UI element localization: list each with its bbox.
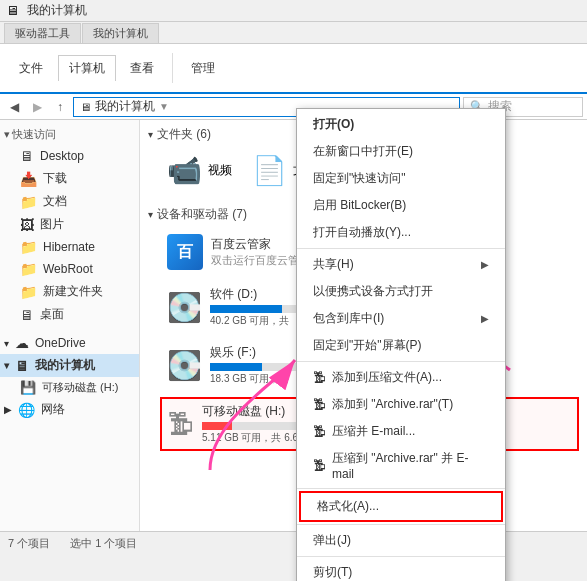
ctx-item-share[interactable]: 共享(H) ▶ <box>297 251 505 278</box>
collapse-arrow-network[interactable]: ▶ <box>4 404 12 415</box>
ctx-item-portable[interactable]: 以便携式设备方式打开 <box>297 278 505 305</box>
drive-h-bar <box>202 422 232 430</box>
ribbon-tab-mypc[interactable]: 我的计算机 <box>82 23 159 43</box>
drive-d-icon: 💽 <box>167 291 202 324</box>
sidebar-item-onedrive[interactable]: ▾ ☁ OneDrive <box>0 332 139 354</box>
ctx-item-add-archive[interactable]: 🗜 添加到 "Archive.rar"(T) <box>297 391 505 418</box>
ribbon-tab-manage[interactable]: 管理 <box>181 56 225 81</box>
window-icon: 🖥 <box>6 3 19 18</box>
pictures-icon: 🖼 <box>20 217 34 233</box>
ribbon-tab-view[interactable]: 查看 <box>120 56 164 81</box>
breadcrumb-arrow: ▼ <box>159 101 169 112</box>
download-icon: 📥 <box>20 171 37 187</box>
sidebar-item-removable[interactable]: 💾 可移动磁盘 (H:) <box>0 377 139 398</box>
hibernate-folder-icon: 📁 <box>20 239 37 255</box>
ctx-item-format[interactable]: 格式化(A)... <box>299 491 503 522</box>
folders-collapse-arrow[interactable]: ▾ <box>148 129 153 140</box>
ctx-separator-3 <box>297 488 505 489</box>
drives-collapse-arrow[interactable]: ▾ <box>148 209 153 220</box>
sidebar-item-network[interactable]: ▶ 🌐 网络 <box>0 398 139 421</box>
sidebar-download-label: 下载 <box>43 170 67 187</box>
network-icon: 🌐 <box>18 402 35 418</box>
ctx-compress-email-label: 压缩并 E-mail... <box>332 423 415 440</box>
folders-header-text: 文件夹 (6) <box>157 126 211 143</box>
ctx-item-library[interactable]: 包含到库中(I) ▶ <box>297 305 505 332</box>
sidebar-mypc-label: 我的计算机 <box>35 357 95 374</box>
sidebar-desktop2-label: 桌面 <box>40 306 64 323</box>
sidebar-item-webroot[interactable]: 📁 WebRoot <box>0 258 139 280</box>
ctx-item-autoplay[interactable]: 打开自动播放(Y)... <box>297 219 505 246</box>
zip-icon-3: 🗜 <box>313 424 326 439</box>
ctx-add-zip-label: 添加到压缩文件(A)... <box>332 369 442 386</box>
ribbon-tab-file[interactable]: 文件 <box>8 55 54 82</box>
ctx-item-compress-email[interactable]: 🗜 压缩并 E-mail... <box>297 418 505 445</box>
ctx-item-compress-archive-email[interactable]: 🗜 压缩到 "Archive.rar" 并 E-mail <box>297 445 505 486</box>
ctx-library-arrow: ▶ <box>481 313 489 324</box>
ctx-item-open[interactable]: 打开(O) <box>297 111 505 138</box>
drive-f-icon: 💽 <box>167 349 202 382</box>
title-bar: 🖥 我的计算机 <box>0 0 587 22</box>
ctx-separator-4 <box>297 524 505 525</box>
ribbon-tab-extra[interactable]: 驱动器工具 <box>4 23 81 43</box>
ctx-item-eject[interactable]: 弹出(J) <box>297 527 505 554</box>
ribbon-tabs-row: 驱动器工具 我的计算机 <box>0 22 587 44</box>
collapse-arrow-mypc[interactable]: ▾ <box>4 360 9 371</box>
collapse-arrow-onedrive[interactable]: ▾ <box>4 338 9 349</box>
sidebar-newfolder-label: 新建文件夹 <box>43 283 103 300</box>
sidebar-quick-access-label: 快速访问 <box>12 127 56 142</box>
breadcrumb-text: 我的计算机 <box>95 98 155 115</box>
desktop-icon: 🖥 <box>20 148 34 164</box>
removable-icon: 💾 <box>20 380 36 395</box>
status-items-count: 7 个项目 <box>8 536 50 551</box>
collapse-arrow-quick[interactable]: ▾ <box>4 128 10 141</box>
sidebar-item-mypc[interactable]: ▾ 🖥 我的计算机 <box>0 354 139 377</box>
sidebar-network-label: 网络 <box>41 401 65 418</box>
sidebar-removable-label: 可移动磁盘 (H:) <box>42 380 118 395</box>
sidebar-quick-access-header: ▾ 快速访问 <box>0 124 139 145</box>
up-button[interactable]: ↑ <box>50 97 70 117</box>
ctx-share-arrow: ▶ <box>481 259 489 270</box>
sidebar-item-pictures[interactable]: 🖼 图片 <box>0 213 139 236</box>
folder-item-video[interactable]: 📹 视频 <box>160 149 239 192</box>
ctx-add-archive-label: 添加到 "Archive.rar"(T) <box>332 396 453 413</box>
status-selected: 选中 1 个项目 <box>70 536 137 551</box>
sidebar-item-download[interactable]: 📥 下载 <box>0 167 139 190</box>
ctx-item-open-new-window[interactable]: 在新窗口中打开(E) <box>297 138 505 165</box>
ctx-item-bitlocker[interactable]: 启用 BitLocker(B) <box>297 192 505 219</box>
sidebar-docs-label: 文档 <box>43 193 67 210</box>
ctx-compress-archive-email-label: 压缩到 "Archive.rar" 并 E-mail <box>332 450 489 481</box>
docs-icon: 📁 <box>20 194 37 210</box>
ctx-item-pin-quick[interactable]: 固定到"快速访问" <box>297 165 505 192</box>
sidebar-desktop-label: Desktop <box>40 149 84 163</box>
onedrive-icon: ☁ <box>15 335 29 351</box>
ctx-separator-5 <box>297 556 505 557</box>
breadcrumb-icon: 🖥 <box>80 101 91 113</box>
title-text: 我的计算机 <box>27 2 87 19</box>
folder-video-label: 视频 <box>208 162 232 179</box>
ctx-item-add-zip[interactable]: 🗜 添加到压缩文件(A)... <box>297 364 505 391</box>
ctx-separator-1 <box>297 248 505 249</box>
ctx-library-label: 包含到库中(I) <box>313 310 384 327</box>
drive-f-bar <box>210 363 262 371</box>
ctx-item-pin-start[interactable]: 固定到"开始"屏幕(P) <box>297 332 505 359</box>
context-menu: 打开(O) 在新窗口中打开(E) 固定到"快速访问" 启用 BitLocker(… <box>296 108 506 581</box>
sidebar-pictures-label: 图片 <box>40 216 64 233</box>
sidebar-item-desktop2[interactable]: 🖥 桌面 <box>0 303 139 326</box>
newfolder-icon: 📁 <box>20 284 37 300</box>
ctx-separator-2 <box>297 361 505 362</box>
drive-h-icon: 🗜 <box>168 409 194 440</box>
sidebar-item-newfolder[interactable]: 📁 新建文件夹 <box>0 280 139 303</box>
forward-button[interactable]: ▶ <box>27 97 47 117</box>
sidebar-item-docs[interactable]: 📁 文档 <box>0 190 139 213</box>
video-folder-icon: 📹 <box>167 154 202 187</box>
webroot-icon: 📁 <box>20 261 37 277</box>
zip-icon-1: 🗜 <box>313 370 326 385</box>
sidebar-webroot-label: WebRoot <box>43 262 93 276</box>
ctx-item-cut[interactable]: 剪切(T) <box>297 559 505 581</box>
ribbon-tab-computer[interactable]: 计算机 <box>58 55 116 81</box>
ctx-share-label: 共享(H) <box>313 256 354 273</box>
sidebar: ▾ 快速访问 🖥 Desktop 📥 下载 📁 文档 🖼 图片 📁 Hibern… <box>0 120 140 531</box>
sidebar-item-desktop[interactable]: 🖥 Desktop <box>0 145 139 167</box>
back-button[interactable]: ◀ <box>4 97 24 117</box>
sidebar-item-hibernate[interactable]: 📁 Hibernate <box>0 236 139 258</box>
